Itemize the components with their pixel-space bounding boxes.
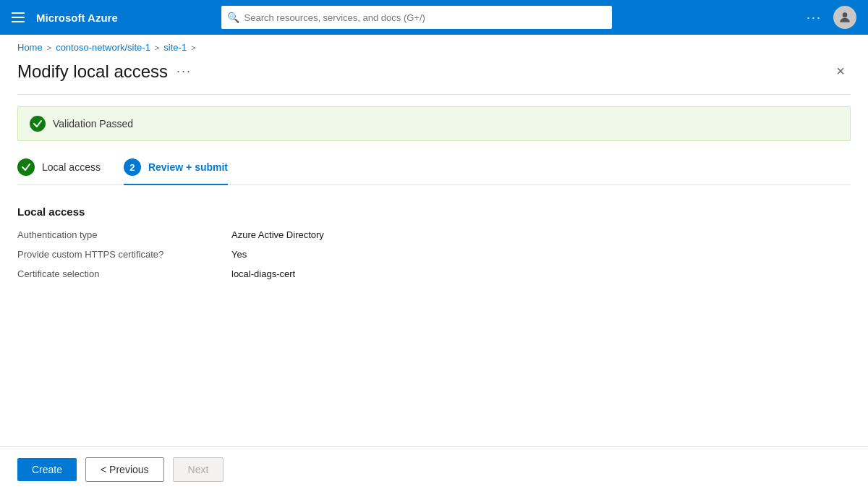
azure-logo: Microsoft Azure [36,12,118,24]
hamburger-menu[interactable] [12,12,25,22]
step-2-label: Review + submit [148,161,228,173]
breadcrumb: Home > contoso-network/site-1 > site-1 > [0,35,868,60]
section-title: Local access [17,205,851,218]
user-avatar[interactable] [833,6,856,29]
breadcrumb-sep-2: > [155,43,159,52]
topbar: Microsoft Azure 🔍 ··· [0,0,868,35]
breadcrumb-home[interactable]: Home [17,42,43,53]
create-button[interactable]: Create [17,458,77,481]
step-1-label: Local access [42,161,101,173]
page-title: Modify local access [17,62,168,82]
search-container: 🔍 [221,6,612,29]
main-content: Modify local access ··· × Validation Pas… [0,60,868,446]
close-button[interactable]: × [830,60,851,82]
footer: Create < Previous Next [0,446,868,492]
step-review-submit[interactable]: 2 Review + submit [124,158,228,184]
field-label-cert-sel: Certificate selection [17,268,220,279]
field-value-cert: Yes [231,249,851,260]
breadcrumb-sep-3: > [191,43,195,52]
search-input[interactable] [221,6,612,29]
topbar-right: ··· [807,6,856,29]
validation-banner: Validation Passed [17,106,851,141]
topbar-more-button[interactable]: ··· [807,10,822,25]
step-2-circle: 2 [124,158,141,176]
page-menu-button[interactable]: ··· [176,64,192,79]
field-value-auth: Azure Active Directory [231,229,851,240]
page-header-left: Modify local access ··· [17,62,192,82]
field-value-cert-sel: local-diags-cert [231,268,851,279]
validation-icon [30,116,46,132]
breadcrumb-sep-1: > [47,43,51,52]
svg-point-0 [843,12,848,17]
field-label-auth: Authentication type [17,229,220,240]
field-table: Authentication type Azure Active Directo… [17,229,851,279]
step-local-access[interactable]: Local access [17,158,101,184]
step-1-circle [17,158,35,176]
next-button: Next [173,457,224,482]
search-icon: 🔍 [227,12,239,23]
page-header: Modify local access ··· × [17,60,851,95]
steps-row: Local access 2 Review + submit [17,158,851,185]
validation-text: Validation Passed [53,118,133,130]
previous-button[interactable]: < Previous [85,457,164,482]
breadcrumb-network[interactable]: contoso-network/site-1 [56,42,150,53]
breadcrumb-site[interactable]: site-1 [163,42,187,53]
field-label-cert: Provide custom HTTPS certificate? [17,249,220,260]
